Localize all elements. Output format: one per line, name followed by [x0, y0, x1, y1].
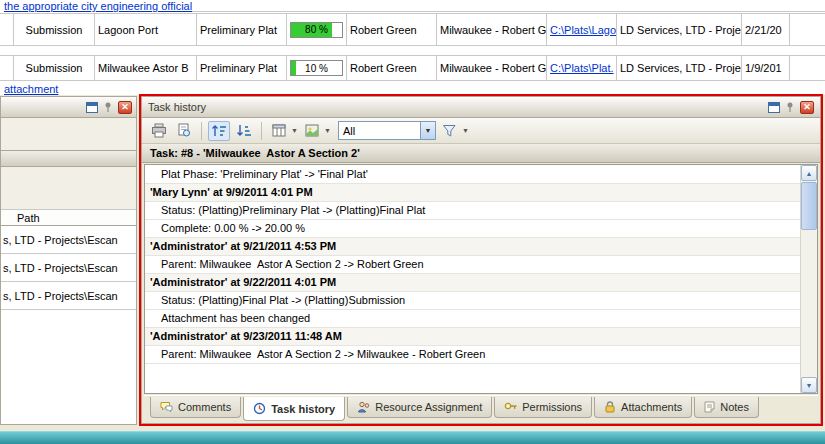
history-entry[interactable]: Plat Phase: 'Preliminary Plat' -> 'Final… [145, 166, 800, 184]
cell-type: Submission [14, 56, 95, 80]
column-header-label: Path [17, 212, 40, 224]
cell-parent: Milwaukee - Robert Gr [437, 14, 547, 45]
notes-icon [704, 401, 715, 413]
history-entry-group[interactable]: 'Administrator' at 9/22/2011 4:01 PM [145, 274, 800, 292]
panel-title: Task history [148, 101, 764, 113]
close-icon[interactable]: ✕ [800, 101, 814, 114]
progress-bar: 80 % [290, 22, 343, 38]
print-preview-icon[interactable] [173, 121, 195, 141]
list-item[interactable]: s, LTD - Projects\Escan [1, 254, 136, 282]
left-panel-titlebar: ✕ [1, 97, 136, 118]
sort-ascending-icon[interactable] [208, 121, 230, 141]
list-item[interactable]: s, LTD - Projects\Escan [1, 226, 136, 254]
bottom-status-strip [0, 431, 825, 444]
filter-selected-value: All [339, 125, 420, 137]
history-entry[interactable]: Complete: 0.00 % -> 20.00 % [145, 220, 800, 238]
combo-dropdown-button[interactable]: ▼ [420, 122, 435, 139]
table-row[interactable]: Submission Lagoon Port Preliminary Plat … [0, 13, 825, 46]
cell-phase: Preliminary Plat [197, 14, 287, 45]
left-dock-panel: ✕ Path s, LTD - Projects\Escan s, LTD - … [0, 96, 137, 425]
history-entry[interactable]: Parent: Milwaukee Astor A Section 2 -> R… [145, 256, 800, 274]
column-header-path[interactable]: Path [1, 209, 136, 226]
tab-task-history[interactable]: Task history [243, 397, 345, 421]
filter-icon[interactable] [439, 121, 461, 141]
history-entry-group[interactable]: 'Administrator' at 9/23/2011 11:48 AM [145, 328, 800, 346]
cell-date: 1/9/201 [742, 56, 790, 80]
chevron-down-icon[interactable]: ▼ [462, 127, 469, 134]
tab-label: Task history [271, 403, 335, 415]
history-filter-select[interactable]: All ▼ [338, 121, 436, 140]
export-icon[interactable] [301, 121, 323, 141]
task-history-icon [253, 402, 266, 415]
chevron-down-icon[interactable]: ▼ [324, 127, 331, 134]
pin-icon[interactable] [102, 101, 114, 113]
sort-descending-icon[interactable] [233, 121, 255, 141]
file-link[interactable]: C:\Plats\Plat. [550, 62, 614, 74]
cell-parent: Milwaukee - Robert Gr [437, 56, 547, 80]
tab-label: Permissions [522, 401, 582, 413]
window-dock-icon[interactable] [86, 102, 98, 113]
cell-file-link: C:\Plats\Lago [547, 14, 617, 45]
cell-path: LD Services, LTD - Projects\M [617, 14, 742, 45]
cell-date: 2/21/20 [742, 14, 790, 45]
attachments-icon [604, 401, 616, 413]
history-entry-group[interactable]: 'Mary Lynn' at 9/9/2011 4:01 PM [145, 184, 800, 202]
pin-icon[interactable] [784, 101, 796, 113]
comments-icon [160, 401, 173, 413]
chevron-down-icon[interactable]: ▼ [291, 127, 298, 134]
print-icon[interactable] [148, 121, 170, 141]
task-header-label: Task: #8 - 'Milwaukee Astor A Section 2' [150, 147, 360, 159]
task-history-toolbar: ▼ ▼ All ▼ ▼ [142, 118, 820, 144]
grid-note-attachment[interactable]: attachment [4, 83, 58, 95]
tab-resource-assignment[interactable]: Resource Assignment [347, 397, 492, 418]
progress-bar: 10 % [290, 60, 343, 76]
cell-spacer [790, 14, 825, 45]
tasks-grid: the appropriate city engineering officia… [0, 0, 825, 95]
cell-phase: Preliminary Plat [197, 56, 287, 80]
tab-label: Resource Assignment [375, 401, 482, 413]
toolbar-separator [261, 122, 262, 140]
scroll-down-button[interactable]: ▼ [801, 377, 817, 393]
task-history-titlebar: Task history ✕ [142, 97, 820, 118]
left-panel-rows: s, LTD - Projects\Escan s, LTD - Project… [1, 226, 136, 424]
history-entries: Plat Phase: 'Preliminary Plat' -> 'Final… [145, 166, 800, 364]
cell-path: LD Services, LTD - Projects\M [617, 56, 742, 80]
tab-label: Attachments [621, 401, 682, 413]
cell-type: Submission [14, 14, 95, 45]
file-link[interactable]: C:\Plats\Lago [550, 24, 616, 36]
cell-spacer [0, 14, 14, 45]
cell-name: Lagoon Port [95, 14, 197, 45]
tab-permissions[interactable]: Permissions [494, 397, 592, 418]
scrollbar-thumb[interactable] [801, 182, 817, 230]
cell-spacer [790, 56, 825, 80]
history-entry[interactable]: Attachment has been changed [145, 310, 800, 328]
list-item[interactable]: s, LTD - Projects\Escan [1, 282, 136, 310]
history-entry[interactable]: Parent: Milwaukee Astor A Section 2 -> M… [145, 346, 800, 364]
history-entry-group[interactable]: 'Administrator' at 9/21/2011 4:53 PM [145, 238, 800, 256]
task-history-panel: Task history ✕ ▼ [141, 96, 821, 424]
permissions-icon [504, 401, 517, 413]
cell-progress: 10 % [287, 56, 347, 80]
table-row[interactable]: Submission Milwaukee Astor B Preliminary… [0, 55, 825, 81]
vertical-scrollbar[interactable]: ▲ ▼ [800, 165, 817, 393]
history-entry[interactable]: Status: (Platting)Preliminary Plat -> (P… [145, 202, 800, 220]
tab-comments[interactable]: Comments [150, 397, 241, 418]
bottom-tab-strip: Comments Task history Resource Assignmen… [144, 395, 818, 421]
tab-attachments[interactable]: Attachments [594, 397, 692, 418]
scroll-up-button[interactable]: ▲ [801, 165, 817, 181]
task-header-bar: Task: #8 - 'Milwaukee Astor A Section 2' [142, 144, 820, 163]
cell-spacer [0, 56, 14, 80]
progress-label: 10 % [291, 61, 342, 75]
tab-label: Comments [178, 401, 231, 413]
tab-label: Notes [720, 401, 749, 413]
close-icon[interactable]: ✕ [118, 101, 132, 114]
window-dock-icon[interactable] [768, 102, 780, 113]
resource-assignment-icon [357, 401, 370, 413]
grid-note-link[interactable]: the appropriate city engineering officia… [4, 0, 825, 12]
cell-file-link: C:\Plats\Plat. [547, 56, 617, 80]
cell-resource: Robert Green [347, 56, 437, 80]
history-list: Plat Phase: 'Preliminary Plat' -> 'Final… [144, 164, 818, 394]
tab-notes[interactable]: Notes [694, 397, 759, 418]
history-entry[interactable]: Status: (Platting)Final Plat -> (Plattin… [145, 292, 800, 310]
columns-icon[interactable] [268, 121, 290, 141]
